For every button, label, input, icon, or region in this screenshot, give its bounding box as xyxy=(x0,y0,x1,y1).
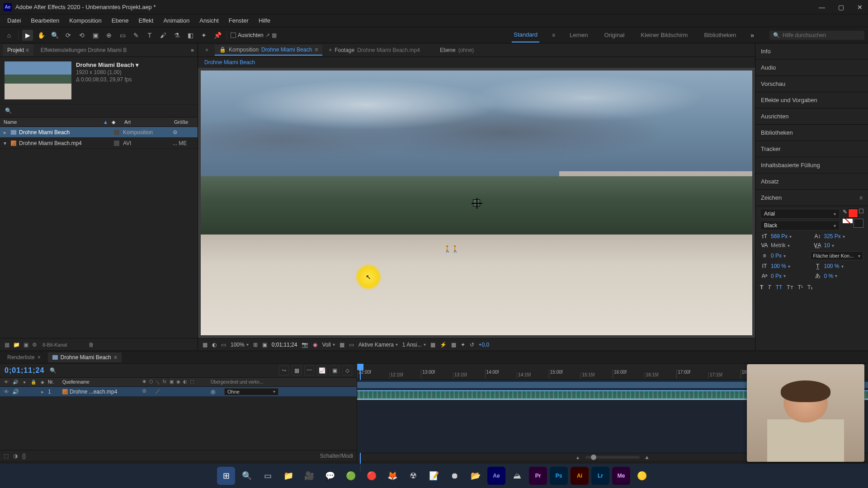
project-row-comp[interactable]: ▸ Drohne Miami Beach Komposition ⚙ xyxy=(0,127,198,138)
layer-row[interactable]: 👁 🔊 ▸ 1 Drohne ...each.mp4 ⊕／ ◎Ohne▾ xyxy=(0,387,357,397)
help-search[interactable]: 🔍 xyxy=(769,31,864,40)
col-solo-icon[interactable]: ● xyxy=(21,380,28,385)
tracking-value[interactable]: 10 xyxy=(824,242,830,249)
rotate-tool-icon[interactable]: ⟲ xyxy=(76,30,87,41)
taskbar-search-icon[interactable]: 🔍 xyxy=(238,467,256,485)
label-swatch[interactable] xyxy=(114,141,119,146)
faux-bold[interactable]: T xyxy=(760,284,763,291)
graph-editor-icon[interactable]: 📈 xyxy=(317,366,327,375)
marker-icon[interactable]: ◇ xyxy=(342,366,352,375)
tsume-value[interactable]: 0 % xyxy=(824,273,834,279)
tab-effekteinstellungen[interactable]: Effekteinstellungen Drohne Miami B xyxy=(36,44,132,56)
project-row-footage[interactable]: ▾ Drohne Miami Beach.mp4 AVI ... ME xyxy=(0,138,198,149)
maximize-button[interactable]: ▢ xyxy=(836,4,845,11)
panel-ausrichten[interactable]: Ausrichten xyxy=(755,108,868,125)
app-icon-4[interactable]: ☢ xyxy=(404,467,422,485)
pixel-aspect-icon[interactable]: ▦ xyxy=(430,342,435,348)
media-encoder-icon[interactable]: Me xyxy=(612,467,630,485)
channel-icon[interactable]: ◉ xyxy=(313,342,317,348)
new-folder-icon[interactable]: 📁 xyxy=(13,342,20,348)
toggle-switches-icon[interactable]: ⬚ xyxy=(4,453,9,459)
composition-viewer[interactable]: 🚶🚶 ↖ xyxy=(201,70,752,335)
brush-tool-icon[interactable]: 🖌 xyxy=(158,30,169,41)
home-icon[interactable]: ⌂ xyxy=(4,30,14,41)
menu-effekt[interactable]: Effekt xyxy=(134,15,158,26)
resolution-dropdown[interactable]: Voll▾ xyxy=(322,342,335,348)
lightroom-icon[interactable]: Lr xyxy=(591,467,609,485)
font-style-dropdown[interactable]: Black▾ xyxy=(760,221,840,230)
motion-blur-icon[interactable]: 〰 xyxy=(304,366,314,375)
hand-tool-icon[interactable]: ✋ xyxy=(36,30,47,41)
comp-thumbnail[interactable] xyxy=(5,61,71,99)
zoom-tool-icon[interactable]: 🔍 xyxy=(49,30,60,41)
close-viewer-icon[interactable]: × xyxy=(201,45,213,55)
explorer-icon[interactable]: 📁 xyxy=(279,467,297,485)
panel-menu-icon[interactable]: ≡ xyxy=(859,195,863,201)
new-comp-icon[interactable]: ▣ xyxy=(24,342,28,348)
comp-name-label[interactable]: Drohne Miami Beach ▾ xyxy=(76,61,139,68)
workspace-overflow-icon[interactable]: » xyxy=(750,32,754,39)
font-size-value[interactable]: 569 Px xyxy=(771,233,788,239)
menu-datei[interactable]: Datei xyxy=(3,15,25,26)
start-button[interactable]: ⊞ xyxy=(217,467,235,485)
small-caps[interactable]: Tᴛ xyxy=(787,284,793,291)
3d-icon[interactable]: ✦ xyxy=(461,342,465,348)
full-res-icon[interactable]: ⊞ xyxy=(253,342,258,348)
swap-colors-icon[interactable] xyxy=(859,209,863,213)
toggle-modes-icon[interactable]: ◑ xyxy=(13,453,18,459)
help-search-input[interactable] xyxy=(783,32,861,38)
tab-komposition[interactable]: 🔒 Komposition Drohne Miami Beach ≡ xyxy=(215,45,322,56)
lock-icon[interactable]: 🔒 xyxy=(219,47,226,53)
layer-eye-icon[interactable]: 👁 xyxy=(3,389,10,395)
baseline-value[interactable]: 0 Px xyxy=(771,273,782,279)
alpha-icon[interactable]: ▦ xyxy=(203,342,208,348)
workspace-lernen[interactable]: Lernen xyxy=(568,28,590,42)
zoom-dropdown[interactable]: 100%▾ xyxy=(231,342,249,348)
layer-name[interactable]: Drohne ...each.mp4 xyxy=(62,389,139,395)
layer-twirl-icon[interactable]: ▸ xyxy=(39,389,46,395)
no-fill-icon[interactable] xyxy=(843,219,853,223)
panel-info[interactable]: Info xyxy=(755,43,868,60)
leading-value[interactable]: 325 Px xyxy=(824,233,841,239)
playhead[interactable] xyxy=(357,364,363,380)
twirl-icon[interactable]: ▾ xyxy=(4,140,10,146)
menu-ebene[interactable]: Ebene xyxy=(107,15,133,26)
whatsapp-icon[interactable]: 💬 xyxy=(321,467,339,485)
menu-komposition[interactable]: Komposition xyxy=(65,15,106,26)
kerning-value[interactable]: Metrik xyxy=(771,242,786,249)
pen-tool-icon[interactable]: ✎ xyxy=(131,30,142,41)
shy-icon[interactable]: ⤳ xyxy=(279,366,289,375)
app-icon-2[interactable]: 🟢 xyxy=(342,467,360,485)
fast-preview-icon[interactable]: ⚡ xyxy=(440,342,447,348)
app-icon-1[interactable]: 🎥 xyxy=(300,467,318,485)
layer-speaker-icon[interactable]: 🔊 xyxy=(12,389,19,395)
twirl-icon[interactable]: ▸ xyxy=(4,129,10,136)
snap-toggle[interactable]: Ausrichten ↗ ▦ xyxy=(231,32,277,38)
exposure-value[interactable]: +0,0 xyxy=(479,342,490,348)
tab-projekt[interactable]: Projekt ≡ xyxy=(3,44,33,56)
bit-depth[interactable]: 8-Bit-Kanal xyxy=(42,342,67,347)
illustrator-icon[interactable]: Ai xyxy=(571,467,589,485)
col-speaker-icon[interactable]: 🔊 xyxy=(12,380,19,385)
col-art[interactable]: Art xyxy=(124,119,174,125)
transparency-icon[interactable]: ▦ xyxy=(340,342,344,348)
close-button[interactable]: ✕ xyxy=(855,4,864,11)
views-dropdown[interactable]: 1 Ansi...▾ xyxy=(402,342,426,348)
taskview-icon[interactable]: ▭ xyxy=(259,467,277,485)
font-family-dropdown[interactable]: Arial▾ xyxy=(760,209,840,219)
comp-chain[interactable]: Drohne Miami Beach xyxy=(198,57,755,68)
after-effects-icon[interactable]: Ae xyxy=(487,467,505,485)
zoom-out-icon[interactable]: ▴ xyxy=(576,454,581,460)
parent-dropdown[interactable]: Ohne▾ xyxy=(224,388,278,395)
all-caps[interactable]: TT xyxy=(776,284,783,291)
row-options-icon[interactable]: ⚙ xyxy=(173,129,178,136)
minimize-button[interactable]: — xyxy=(817,4,826,11)
trash-icon[interactable]: 🗑 xyxy=(89,342,94,348)
safe-zones-icon[interactable]: ▣ xyxy=(262,342,267,348)
puppet-tool-icon[interactable]: 📌 xyxy=(212,30,223,41)
app-icon-7[interactable]: 🟡 xyxy=(633,467,651,485)
panel-overflow-icon[interactable]: » xyxy=(191,47,194,53)
workspace-menu-icon[interactable]: ≡ xyxy=(552,32,555,38)
sort-icon[interactable]: ▲ xyxy=(103,119,108,125)
col-nr[interactable]: Nr. xyxy=(48,380,61,385)
